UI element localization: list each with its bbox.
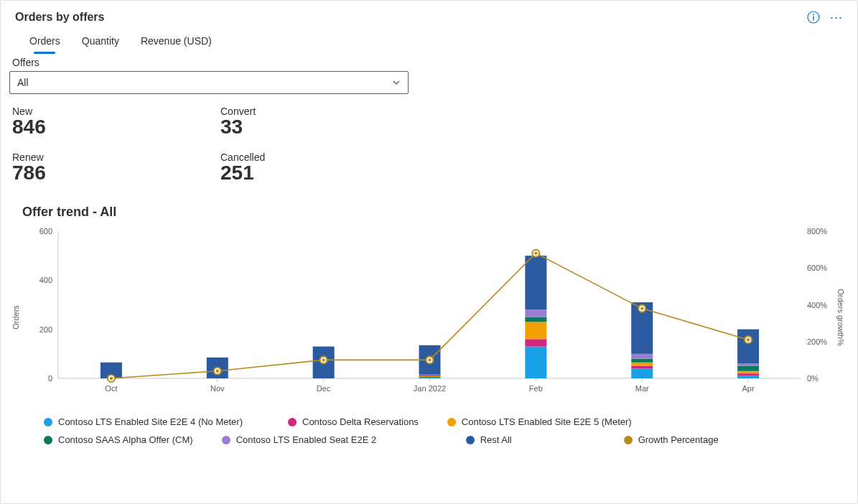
svg-text:600: 600 (39, 227, 52, 235)
legend-label: Growth Percentage (638, 434, 719, 445)
svg-rect-41 (631, 363, 653, 366)
legend-label: Contoso LTS Enabled Seat E2E 2 (236, 434, 377, 445)
legend-label: Contoso LTS Enabled Site E2E 5 (Meter) (462, 416, 632, 427)
svg-rect-52 (737, 330, 759, 364)
svg-rect-43 (631, 354, 653, 359)
svg-rect-27 (419, 375, 441, 375)
svg-rect-26 (419, 375, 441, 376)
offers-dropdown[interactable]: All (9, 71, 409, 94)
svg-text:400%: 400% (807, 301, 827, 309)
legend-label: Contoso Delta Reservations (302, 416, 419, 427)
svg-text:Oct: Oct (105, 384, 117, 393)
svg-rect-25 (419, 376, 441, 377)
tab-orders[interactable]: Orders (29, 35, 60, 52)
svg-rect-34 (525, 317, 546, 322)
legend-item[interactable]: Contoso LTS Enabled Site E2E 4 (No Meter… (44, 416, 259, 427)
svg-point-60 (322, 358, 325, 361)
panel-title: Orders by offers (15, 11, 104, 24)
svg-rect-32 (525, 339, 546, 346)
svg-text:200%: 200% (807, 337, 827, 346)
legend-item[interactable]: Contoso LTS Enabled Seat E2E 2 (222, 434, 437, 445)
svg-point-58 (216, 370, 219, 373)
svg-text:0: 0 (48, 374, 52, 383)
legend-item[interactable]: Contoso LTS Enabled Site E2E 5 (Meter) (447, 416, 663, 427)
svg-point-66 (640, 307, 643, 309)
svg-rect-36 (525, 256, 546, 309)
chart-title: Offer trend - All (1, 185, 857, 220)
tabs: Orders Quantity Revenue (USD) (1, 28, 857, 52)
stat-cancelled-value: 251 (220, 162, 429, 185)
svg-text:400: 400 (39, 276, 52, 284)
svg-text:600%: 600% (807, 263, 827, 272)
svg-rect-35 (525, 309, 546, 317)
stat-new: New 846 (12, 106, 220, 139)
svg-point-1 (813, 14, 814, 15)
stat-convert-value: 33 (220, 116, 429, 139)
svg-text:Apr: Apr (742, 384, 755, 393)
legend-item[interactable]: Contoso SAAS Alpha Offer (CM) (44, 434, 193, 445)
svg-text:Dec: Dec (317, 384, 331, 393)
svg-text:0%: 0% (807, 374, 819, 383)
info-icon[interactable] (807, 11, 820, 24)
svg-rect-2 (813, 17, 813, 21)
svg-text:Jan 2022: Jan 2022 (414, 384, 446, 393)
stat-cancelled: Cancelled 251 (220, 151, 429, 185)
stat-renew-value: 786 (12, 162, 220, 185)
legend-item[interactable]: Rest All (466, 434, 595, 445)
svg-rect-39 (631, 368, 653, 378)
svg-point-56 (110, 377, 113, 380)
stat-convert: Convert 33 (220, 106, 429, 139)
svg-rect-49 (737, 371, 759, 373)
svg-rect-23 (419, 378, 441, 378)
svg-text:Feb: Feb (529, 384, 543, 393)
y-axis-left-label: Orders (11, 305, 20, 330)
svg-rect-31 (525, 347, 546, 378)
svg-rect-51 (737, 364, 759, 366)
offer-trend-chart: Orders Orders growth% 02004006000%200%40… (15, 224, 843, 411)
chevron-down-icon (392, 78, 401, 87)
svg-point-68 (747, 338, 750, 341)
svg-text:800%: 800% (807, 227, 827, 235)
y-axis-right-label: Orders growth% (836, 289, 844, 345)
legend-item[interactable]: Contoso Delta Reservations (288, 416, 419, 427)
tab-quantity[interactable]: Quantity (82, 35, 119, 52)
svg-rect-40 (631, 366, 653, 368)
svg-rect-42 (631, 359, 653, 363)
svg-text:Nov: Nov (210, 384, 225, 393)
more-icon[interactable]: ··· (830, 11, 843, 24)
legend-label: Contoso SAAS Alpha Offer (CM) (58, 434, 193, 445)
stat-renew: Renew 786 (12, 151, 220, 185)
svg-text:Mar: Mar (635, 384, 649, 393)
chart-legend: Contoso LTS Enabled Site E2E 4 (No Meter… (1, 411, 857, 445)
stat-new-value: 846 (12, 116, 220, 139)
legend-label: Rest All (480, 434, 512, 445)
svg-text:200: 200 (39, 325, 52, 334)
svg-rect-24 (419, 377, 441, 378)
svg-rect-33 (525, 322, 546, 339)
svg-rect-47 (737, 376, 759, 378)
svg-rect-50 (737, 366, 759, 371)
svg-point-62 (428, 358, 431, 361)
tab-revenue[interactable]: Revenue (USD) (141, 35, 212, 52)
legend-label: Contoso LTS Enabled Site E2E 4 (No Meter… (58, 416, 243, 427)
legend-item[interactable]: Growth Percentage (624, 434, 753, 445)
svg-rect-48 (737, 373, 759, 375)
offers-dropdown-value: All (17, 77, 29, 88)
svg-point-64 (534, 252, 537, 255)
offers-filter-label: Offers (1, 52, 857, 68)
